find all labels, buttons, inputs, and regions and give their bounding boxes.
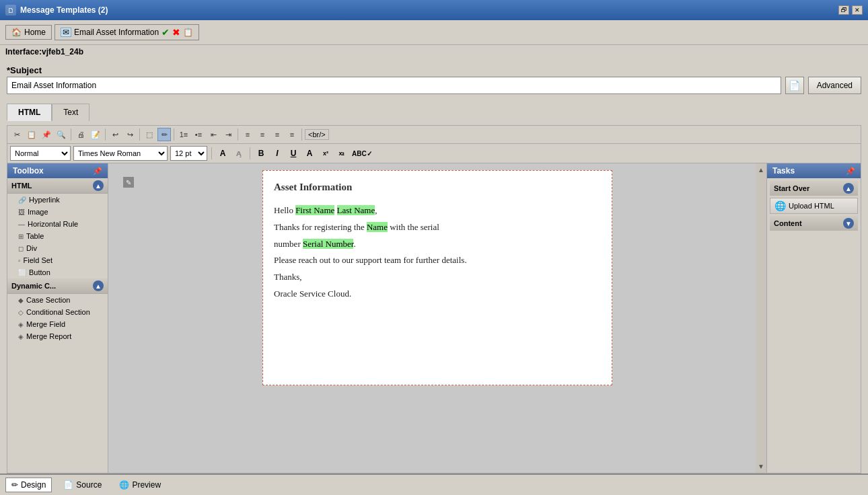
separator-6 <box>301 128 302 141</box>
superscript-button[interactable]: x² <box>319 147 332 160</box>
html-section-header[interactable]: HTML ▲ <box>7 178 108 194</box>
vertical-scrollbar[interactable]: ▲ ▼ <box>756 163 766 473</box>
scroll-down-arrow[interactable]: ▼ <box>756 461 766 471</box>
find-button[interactable]: 🔍 <box>55 128 68 141</box>
bold-button[interactable]: B <box>254 147 268 160</box>
align-justify-button[interactable]: ≡ <box>285 128 299 141</box>
html-expand-icon[interactable]: ▲ <box>93 180 104 191</box>
tasks-pin-icon[interactable]: 📌 <box>846 167 855 176</box>
doc-icon[interactable]: 📋 <box>183 28 193 37</box>
table-label: Table <box>26 232 44 240</box>
paste-button[interactable]: 📌 <box>40 128 53 141</box>
dynamic-expand-icon[interactable]: ▲ <box>93 280 104 291</box>
tab-text[interactable]: Text <box>52 104 89 121</box>
last-name-field[interactable]: Last Name <box>337 205 375 215</box>
upload-html-item[interactable]: 🌐 Upload HTML <box>770 198 858 214</box>
cut-button[interactable]: ✂ <box>10 128 24 141</box>
select-button[interactable]: ⬚ <box>143 128 156 141</box>
toolbox-item-merge-field[interactable]: ◈ Merge Field <box>7 318 108 330</box>
align-center-button[interactable]: ≡ <box>256 128 269 141</box>
email-icon: ✉ <box>61 28 71 37</box>
div-icon: ◻ <box>18 245 24 252</box>
subject-label: *Subject <box>7 65 861 75</box>
toolbox-item-horizontal-rule[interactable]: — Horizontal Rule <box>7 218 108 230</box>
font-color-button[interactable]: A <box>303 147 316 160</box>
content-section[interactable]: Content ▼ <box>770 216 858 231</box>
tab-label: Email Asset Information <box>74 28 159 37</box>
email-asset-tab[interactable]: ✉ Email Asset Information ✔ ✖ 📋 <box>55 24 199 40</box>
name-field[interactable]: Name <box>367 222 388 232</box>
preview-tab[interactable]: 🌐 Preview <box>113 478 167 492</box>
fieldset-label: Field Set <box>24 256 52 264</box>
subject-icon-button[interactable]: 📄 <box>785 77 804 94</box>
serial-field[interactable]: Serial Number <box>303 239 353 249</box>
source-button[interactable]: 📝 <box>89 128 102 141</box>
editor-wrapper: ✂ 📋 📌 🔍 🖨 📝 ↩ ↪ ⬚ ✏ 1≡ •≡ ⇤ ⇥ ≡ <box>7 125 861 473</box>
font-family-select[interactable]: Times New Roman Arial Verdana <box>73 146 168 161</box>
copy-button[interactable]: 📋 <box>25 128 38 141</box>
email-canvas[interactable]: Asset Information Hello First Name Last … <box>262 170 612 385</box>
cancel-icon[interactable]: ✖ <box>172 27 180 38</box>
body-text-1b: with the serial <box>388 222 439 232</box>
toolbox-item-div[interactable]: ◻ Div <box>7 242 108 254</box>
check-icon[interactable]: ✔ <box>161 27 170 38</box>
br-tag-button[interactable]: <br/> <box>305 129 329 140</box>
toolbox-item-table[interactable]: ⊞ Table <box>7 230 108 242</box>
redo-button[interactable]: ↪ <box>123 128 137 141</box>
font-format-button[interactable]: A <box>216 147 229 160</box>
editor-body: Toolbox 📌 HTML ▲ 🔗 Hyperlink 🖼 <box>7 163 861 473</box>
upload-html-label: Upload HTML <box>789 202 834 210</box>
align-right-button[interactable]: ≡ <box>270 128 284 141</box>
start-over-expand-icon[interactable]: ▲ <box>843 183 854 194</box>
advanced-button[interactable]: Advanced <box>808 77 861 94</box>
start-over-section[interactable]: Start Over ▲ <box>770 181 858 196</box>
indent-inc-button[interactable]: ⇥ <box>221 128 235 141</box>
html-section-label: HTML <box>11 182 32 190</box>
edit-button[interactable]: ✏ <box>157 128 171 141</box>
print-button[interactable]: 🖨 <box>74 128 87 141</box>
restore-button[interactable]: 🗗 <box>838 5 849 15</box>
indent-dec-button[interactable]: ⇤ <box>207 128 220 141</box>
tab-html[interactable]: HTML <box>7 104 52 121</box>
content-expand-icon[interactable]: ▼ <box>843 218 854 229</box>
window-controls[interactable]: 🗗 ✕ <box>838 5 863 15</box>
interface-label: Interface:vjfeb1_24b <box>0 45 868 59</box>
font-size-select[interactable]: 12 pt 8 pt 10 pt 14 pt <box>170 146 207 161</box>
bottom-tabs: ✏ Design 📄 Source 🌐 Preview <box>0 473 868 495</box>
list-ul-button[interactable]: •≡ <box>192 128 205 141</box>
preview-icon: 🌐 <box>119 480 129 490</box>
toolbox-item-conditional-section[interactable]: ◇ Conditional Section <box>7 306 108 318</box>
toolbox-item-image[interactable]: 🖼 Image <box>7 206 108 218</box>
source-label: Source <box>76 480 102 490</box>
italic-button[interactable]: I <box>270 147 284 160</box>
undo-button[interactable]: ↩ <box>108 128 122 141</box>
list-ol-button[interactable]: 1≡ <box>177 128 190 141</box>
pin-icon[interactable]: 📌 <box>93 167 102 176</box>
underline-button[interactable]: U <box>287 147 300 160</box>
separator-3 <box>139 128 140 141</box>
source-tab[interactable]: 📄 Source <box>57 478 108 492</box>
toolbox-item-hyperlink[interactable]: 🔗 Hyperlink <box>7 194 108 206</box>
toolbox-item-button[interactable]: ⬜ Button <box>7 266 108 278</box>
image-label: Image <box>28 208 48 216</box>
toolbox-item-fieldset[interactable]: ▫ Field Set <box>7 254 108 266</box>
dynamic-section-header[interactable]: Dynamic C... ▲ <box>7 278 108 294</box>
design-tab[interactable]: ✏ Design <box>5 478 52 492</box>
align-left-button[interactable]: ≡ <box>241 128 254 141</box>
home-button[interactable]: 🏠 Home <box>5 25 52 40</box>
scroll-up-arrow[interactable]: ▲ <box>756 165 766 175</box>
font-format2-button[interactable]: A̧ <box>232 147 246 160</box>
spellcheck-button[interactable]: ABC✓ <box>351 147 373 160</box>
subject-input[interactable] <box>7 77 781 94</box>
toolbox-item-case-section[interactable]: ◆ Case Section <box>7 294 108 306</box>
subscript-button[interactable]: x₂ <box>335 147 349 160</box>
toolbox-title: Toolbox <box>13 166 44 176</box>
body-line-3: Please reach out to our support team for… <box>274 254 601 268</box>
greeting-line: Hello First Name Last Name, <box>274 204 601 218</box>
first-name-field[interactable]: First Name <box>295 205 334 215</box>
canvas-area[interactable]: ✎ Asset Information Hello First Name Las… <box>108 163 766 473</box>
close-button[interactable]: ✕ <box>852 5 863 15</box>
paragraph-style-select[interactable]: Normal Heading 1 Heading 2 <box>10 146 71 161</box>
toolbox-item-merge-report[interactable]: ◈ Merge Report <box>7 330 108 342</box>
content-section-label: Content <box>774 219 802 227</box>
